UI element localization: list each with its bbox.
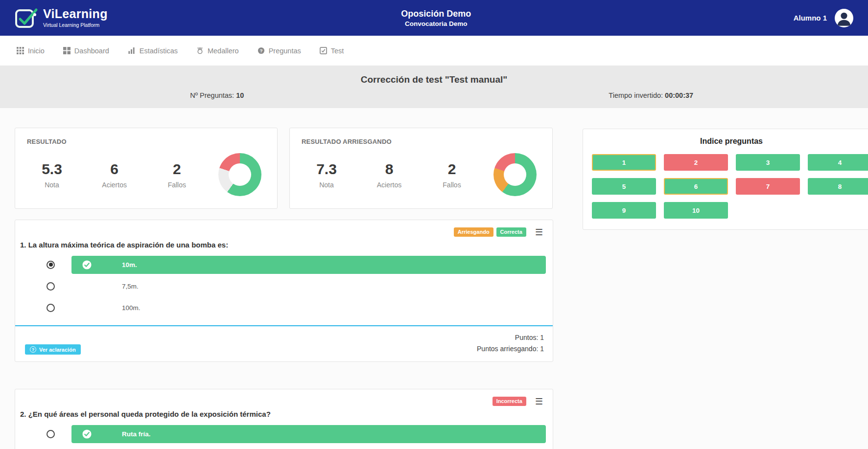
question-index-title: Indice preguntas [592, 137, 868, 146]
grid-icon [17, 47, 24, 54]
top-navbar: ViLearning Virtual Learning Platform Opo… [0, 0, 868, 36]
answer-option[interactable]: Ruta fría. [15, 423, 553, 445]
menu-label: Dashboard [74, 47, 109, 55]
answer-text: 10m. [122, 261, 137, 269]
result-donut-chart [218, 153, 261, 196]
menu-item-inicio[interactable]: Inicio [17, 47, 45, 55]
radio-button[interactable] [47, 430, 55, 438]
question-mark-icon: ? [30, 346, 36, 353]
radio-button[interactable] [47, 261, 55, 269]
question-index-grid: 1 2 3 4 5 6 7 8 9 10 [592, 154, 868, 219]
puntos-value: Puntos: 1 [477, 332, 544, 343]
page-title: Corrección de test "Test manual" [0, 74, 868, 85]
question-text: 2. ¿En qué áreas el personal queda prote… [15, 406, 553, 423]
answer-option[interactable]: 7,5m. [15, 275, 553, 297]
test-header-band: Corrección de test "Test manual" Nº Preg… [0, 66, 868, 108]
question-index-button[interactable]: 8 [808, 178, 868, 195]
answer-text: Ruta fría. [122, 430, 151, 438]
arriesgando-badge: Arriesgando [454, 227, 493, 237]
question-footer: ? Ver aclaración Puntos: 1 Puntos arries… [15, 325, 553, 361]
medal-icon [196, 47, 204, 54]
convocatoria-subtitle: Convocatoria Demo [401, 20, 471, 28]
question-index-button[interactable]: 3 [736, 154, 800, 171]
stat-aciertos: 6 Aciertos [94, 161, 136, 189]
bar-chart-icon [128, 47, 136, 54]
result-card-title: RESULTADO [27, 138, 265, 145]
puntos-arriesgando-value: Puntos arriesgando: 1 [477, 343, 544, 355]
check-circle-icon [82, 260, 92, 269]
user-name[interactable]: Alumno 1 [794, 14, 827, 22]
question-index-button[interactable]: 7 [736, 178, 800, 195]
question-index-button[interactable]: 5 [592, 178, 656, 195]
avatar[interactable] [835, 9, 853, 27]
brand[interactable]: ViLearning Virtual Learning Platform [15, 5, 108, 31]
points-summary: Puntos: 1 Puntos arriesgando: 1 [477, 332, 544, 355]
radio-button[interactable] [47, 282, 55, 291]
question-menu-icon[interactable]: ☰ [535, 228, 543, 237]
questions-count: Nº Preguntas: 10 [0, 91, 434, 99]
result-arriesgando-card: RESULTADO ARRIESGANDO 7.3 Nota 8 Acierto… [289, 128, 553, 209]
ver-aclaracion-button[interactable]: ? Ver aclaración [25, 344, 81, 355]
radio-button[interactable] [47, 304, 55, 312]
question-index-button[interactable]: 9 [592, 202, 656, 219]
question-index-card: Indice preguntas 1 2 3 4 5 6 7 8 9 10 [583, 129, 868, 230]
result-card-title: RESULTADO ARRIESGANDO [302, 138, 540, 145]
check-square-icon [320, 47, 327, 54]
question-index-button[interactable]: 10 [664, 202, 728, 219]
answer-text[interactable]: 100m. [71, 304, 141, 312]
stat-aciertos: 8 Aciertos [368, 161, 410, 189]
menu-label: Preguntas [269, 47, 301, 55]
answer-bar[interactable]: Ruta fría. [71, 425, 546, 443]
answer-bar[interactable]: 10m. [71, 256, 546, 274]
menu-label: Inicio [28, 47, 45, 55]
dashboard-icon [63, 47, 70, 54]
menu-item-test[interactable]: Test [320, 47, 344, 55]
question-index-button[interactable]: 6 [664, 178, 728, 195]
question-card-1: Arriesgando Correcta ☰ 1. La altura máxi… [15, 220, 553, 362]
menu-label: Test [331, 47, 344, 55]
menu-item-estadisticas[interactable]: Estadísticas [128, 47, 178, 55]
brand-tagline: Virtual Learning Platform [43, 22, 108, 28]
vilearning-logo-icon [15, 5, 38, 31]
menu-label: Medallero [208, 47, 239, 55]
menu-item-medallero[interactable]: Medallero [196, 47, 239, 55]
brand-name: ViLearning [43, 7, 108, 21]
time-spent: Tiempo invertido: 00:00:37 [434, 91, 868, 99]
stat-fallos: 2 Fallos [156, 161, 198, 189]
question-index-button[interactable]: 2 [664, 154, 728, 171]
question-card-2: Incorrecta ☰ 2. ¿En qué áreas el persona… [15, 389, 553, 449]
question-menu-icon[interactable]: ☰ [535, 397, 543, 406]
question-text: 1. La altura máxima teórica de aspiració… [15, 237, 553, 254]
menu-item-preguntas[interactable]: ? Preguntas [258, 47, 301, 55]
check-circle-icon [82, 429, 92, 439]
answer-option[interactable]: 10m. [15, 254, 553, 275]
main-menu: Inicio Dashboard Estadísticas Medallero [0, 36, 868, 66]
svg-text:?: ? [259, 48, 262, 53]
result-donut-chart [493, 153, 537, 196]
question-index-button[interactable]: 4 [808, 154, 868, 171]
stat-nota: 7.3 Nota [305, 161, 348, 189]
context-titles: Oposición Demo Convocatoria Demo [401, 7, 471, 28]
oposicion-title: Oposición Demo [401, 7, 471, 19]
menu-label: Estadísticas [140, 47, 178, 55]
incorrecta-badge: Incorrecta [493, 397, 526, 406]
question-index-button[interactable]: 1 [592, 154, 656, 171]
correcta-badge: Correcta [496, 227, 526, 237]
stat-nota: 5.3 Nota [31, 161, 73, 189]
stat-fallos: 2 Fallos [431, 161, 473, 189]
question-circle-icon: ? [258, 47, 265, 54]
result-card: RESULTADO 5.3 Nota 6 Aciertos 2 Fallos [15, 128, 278, 209]
menu-item-dashboard[interactable]: Dashboard [63, 47, 109, 55]
answer-text[interactable]: 7,5m. [71, 283, 139, 290]
answer-option[interactable]: 100m. [15, 297, 553, 318]
